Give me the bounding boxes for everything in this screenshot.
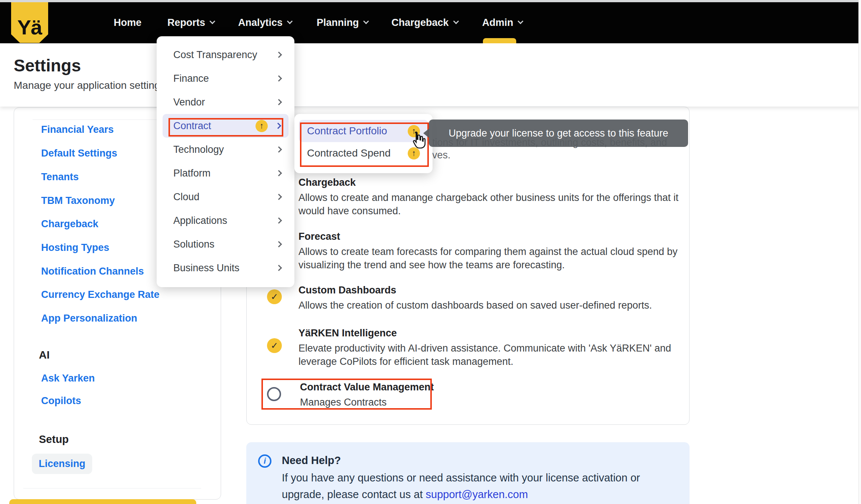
menu-item-solutions[interactable]: Solutions [157,232,294,256]
menu-item-label: Technology [173,144,224,155]
nav-item-admin[interactable]: Admin [482,2,523,43]
reports-dropdown-menu: Cost Transparency Finance Vendor Contrac… [157,36,294,287]
feature-desc-forecast: Allows to create team forecasts for comp… [298,245,684,272]
sidebar-section-setup: Setup [39,433,69,446]
menu-item-label: Cloud [173,191,200,203]
menu-item-technology[interactable]: Technology [157,138,294,161]
submenu-item-label: Contract Portfolio [307,125,387,137]
chevron-down-icon [210,19,216,24]
sidebar-item-financial-years[interactable]: Financial Years [41,124,114,135]
sidebar-item-default-settings[interactable]: Default Settings [41,148,117,159]
need-help-panel: i Need Help? If you have any questions o… [246,442,690,504]
menu-item-label: Business Units [173,262,240,274]
chevron-right-icon [276,147,282,153]
menu-item-finance[interactable]: Finance [157,67,294,90]
menu-item-label: Contract [173,120,211,132]
sidebar-item-ask-yarken[interactable]: Ask Yarken [41,373,95,384]
sidebar-item-tbm-taxonomy[interactable]: TBM Taxonomy [41,195,115,206]
scrollbar[interactable] [858,0,861,504]
page-header: Settings Manage your application setting… [0,43,861,107]
tooltip-text: Upgrade your license to get access to th… [449,128,668,139]
chevron-right-icon [276,241,282,248]
yarken-logo[interactable]: Yä [11,0,48,43]
menu-item-vendor[interactable]: Vendor [157,90,294,114]
menu-item-business-units[interactable]: Business Units [157,256,294,280]
check-icon: ✓ [267,338,282,353]
feature-title-forecast: Forecast [298,231,340,242]
sidebar-item-currency-exchange-rate[interactable]: Currency Exchange Rate [41,289,160,300]
menu-item-label: Platform [173,168,211,179]
sidebar-item-hosting-types[interactable]: Hosting Types [41,242,109,253]
feature-title-yarken-intelligence: YäRKEN Intelligence [298,327,397,339]
active-tab-indicator [483,38,516,43]
menu-item-label: Vendor [173,97,205,108]
menu-item-contract[interactable]: Contract ↑ [163,114,288,138]
menu-item-cloud[interactable]: Cloud [157,185,294,209]
sidebar-section-ai: AI [39,349,50,361]
nav-item-label: Chargeback [391,17,449,28]
chevron-right-icon [276,218,282,224]
feature-title-chargeback: Chargeback [298,177,356,188]
chevron-right-icon [276,194,282,200]
chevron-right-icon [275,123,281,129]
nav-item-label: Reports [167,17,205,28]
menu-item-label: Applications [173,215,227,226]
chevron-right-icon [276,99,282,105]
chevron-right-icon [276,265,282,271]
upgrade-license-tooltip: Upgrade your license to get access to th… [429,120,688,147]
submenu-item-label: Contracted Spend [307,147,391,159]
nav-item-label: Analytics [238,17,283,28]
chevron-right-icon [276,170,282,177]
menu-item-label: Cost Transparency [173,49,257,61]
sidebar-item-licensing-selected[interactable]: Licensing [32,454,92,474]
bottom-yellow-bar [9,499,196,504]
sidebar-item-notification-channels[interactable]: Notification Channels [41,266,144,277]
nav-item-planning[interactable]: Planning [317,2,368,43]
menu-item-applications[interactable]: Applications [157,209,294,232]
menu-item-label: Solutions [173,239,214,250]
chevron-down-icon [363,19,369,24]
menu-item-label: Finance [173,73,209,84]
check-icon: ✓ [267,289,282,304]
feature-desc-chargeback: Allows to create and manange chargeback … [298,191,684,218]
window-top-edge [0,0,861,2]
feature-desc-contract-value-management: Manages Contracts [300,396,685,409]
sidebar-item-app-personalization[interactable]: App Personalization [41,313,137,324]
sidebar-item-chargeback[interactable]: Chargeback [41,218,99,230]
nav-item-label: Planning [317,17,359,28]
feature-desc-custom-dashboards: Allows the creation of custom dashboards… [298,299,684,312]
need-help-line1: If you have any questions or need assist… [282,472,640,484]
sidebar-item-copilots[interactable]: Copilots [41,395,81,407]
feature-title-contract-value-management: Contract Value Management [300,382,434,393]
page-title: Settings [14,56,81,75]
menu-item-cost-transparency[interactable]: Cost Transparency [157,43,294,67]
occluded-feature-text-line2: ves. [432,149,451,161]
upgrade-arrow-icon: ↑ [256,120,268,132]
info-icon: i [258,454,271,468]
nav-item-label: Admin [482,17,513,28]
feature-title-custom-dashboards: Custom Dashboards [298,285,396,296]
nav-item-label: Home [114,17,141,28]
page-subtitle: Manage your application settings [14,80,165,91]
chevron-down-icon [287,19,293,24]
logo-text: Yä [17,17,42,43]
support-email-link[interactable]: support@yarken.com [426,488,528,500]
divider [23,488,201,488]
settings-page: Home Reports Analytics Planning Chargeba… [0,0,861,504]
menu-item-platform[interactable]: Platform [157,161,294,185]
need-help-line2: upgrade, please contact us at support@ya… [282,488,528,501]
chevron-right-icon [276,75,282,82]
need-help-line2-prefix: upgrade, please contact us at [282,488,426,500]
sidebar-item-label: Licensing [39,458,85,470]
radio-unchecked-icon[interactable] [267,387,281,401]
cursor-hand-icon [409,130,428,149]
need-help-title: Need Help? [282,454,341,467]
chevron-down-icon [518,19,524,24]
chevron-right-icon [276,52,282,58]
nav-item-chargeback[interactable]: Chargeback [391,2,458,43]
chevron-down-icon [453,19,459,24]
feature-desc-yarken-intelligence: Elevate productivity with AI-driven assi… [298,342,684,368]
top-navbar: Home Reports Analytics Planning Chargeba… [0,2,858,43]
nav-item-home[interactable]: Home [114,2,141,43]
sidebar-item-tenants[interactable]: Tenants [41,171,79,183]
